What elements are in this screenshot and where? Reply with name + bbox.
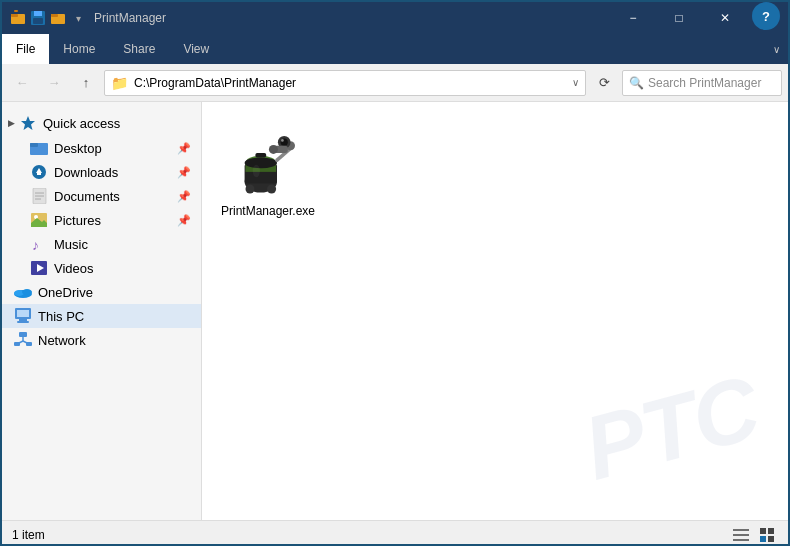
pictures-label: Pictures: [54, 213, 101, 228]
pin-icon-desktop: 📌: [177, 142, 191, 155]
sidebar-item-downloads[interactable]: Downloads 📌: [2, 160, 201, 184]
svg-rect-57: [760, 528, 766, 534]
window-controls: − □ ✕ ?: [610, 2, 780, 34]
svg-rect-59: [760, 536, 766, 542]
svg-point-52: [267, 185, 276, 194]
forward-button[interactable]: →: [40, 69, 68, 97]
downloads-icon: [30, 163, 48, 181]
svg-text:♪: ♪: [32, 237, 39, 252]
downloads-label: Downloads: [54, 165, 118, 180]
folder-icon: [50, 10, 66, 26]
music-icon: ♪: [30, 235, 48, 253]
svg-rect-5: [33, 18, 43, 24]
minimize-button[interactable]: −: [610, 2, 656, 34]
svg-rect-31: [17, 321, 29, 323]
tab-home[interactable]: Home: [49, 34, 109, 64]
desktop-label: Desktop: [54, 141, 102, 156]
file-area: PTC: [202, 102, 788, 520]
svg-rect-7: [51, 14, 58, 17]
tab-file[interactable]: File: [2, 34, 49, 64]
grid-view-button[interactable]: [756, 524, 778, 546]
file-item-printmanager[interactable]: PrintManager.exe: [218, 118, 318, 226]
svg-rect-30: [19, 319, 27, 321]
svg-rect-1: [11, 14, 18, 17]
documents-label: Documents: [54, 189, 120, 204]
onedrive-label: OneDrive: [38, 285, 93, 300]
search-bar[interactable]: 🔍 Search PrintManager: [622, 70, 782, 96]
svg-rect-10: [30, 143, 38, 147]
svg-rect-58: [768, 528, 774, 534]
tab-view[interactable]: View: [169, 34, 223, 64]
network-label: Network: [38, 333, 86, 348]
svg-rect-29: [17, 310, 29, 317]
sidebar-item-music[interactable]: ♪ Music: [2, 232, 201, 256]
title-bar: ▾ PrintManager − □ ✕ ?: [2, 2, 788, 34]
pin-icon-documents: 📌: [177, 190, 191, 203]
quick-access-star-icon: [19, 114, 37, 132]
save-icon: [30, 10, 46, 26]
sidebar-item-desktop[interactable]: Desktop 📌: [2, 136, 201, 160]
svg-rect-60: [768, 536, 774, 542]
address-folder-icon: 📁: [111, 75, 128, 91]
svg-rect-43: [255, 153, 266, 158]
address-bar[interactable]: 📁 C:\ProgramData\PrintManager ∨: [104, 70, 586, 96]
pictures-icon: [30, 211, 48, 229]
view-icons: [730, 524, 778, 546]
onedrive-icon: [14, 283, 32, 301]
ribbon: File Home Share View ∨: [2, 34, 788, 64]
toolbar: ← → ↑ 📁 C:\ProgramData\PrintManager ∨ ⟳ …: [2, 64, 788, 102]
thispc-icon: [14, 307, 32, 325]
close-button[interactable]: ✕: [702, 2, 748, 34]
documents-icon: [30, 187, 48, 205]
dropdown-arrow-icon[interactable]: ▾: [70, 10, 86, 26]
pin-icon-pictures: 📌: [177, 214, 191, 227]
title-bar-icons: ▾: [10, 10, 86, 26]
item-count: 1 item: [12, 528, 45, 542]
sidebar-item-documents[interactable]: Documents 📌: [2, 184, 201, 208]
up-button[interactable]: ↑: [72, 69, 100, 97]
pin-icon-downloads: 📌: [177, 166, 191, 179]
music-label: Music: [54, 237, 88, 252]
list-view-button[interactable]: [730, 524, 752, 546]
file-icon: [232, 126, 304, 198]
network-icon: [14, 331, 32, 349]
help-button[interactable]: ?: [752, 2, 780, 30]
main-area: ▶ Quick access Desktop 📌 Downloads 📌: [2, 102, 788, 520]
file-label: PrintManager.exe: [221, 204, 315, 218]
maximize-button[interactable]: □: [656, 2, 702, 34]
refresh-button[interactable]: ⟳: [590, 69, 618, 97]
tab-share[interactable]: Share: [109, 34, 169, 64]
videos-icon: [30, 259, 48, 277]
search-icon: 🔍: [629, 76, 644, 90]
address-dropdown-icon[interactable]: ∨: [572, 77, 579, 88]
sidebar-item-pictures[interactable]: Pictures 📌: [2, 208, 201, 232]
sidebar-item-videos[interactable]: Videos: [2, 256, 201, 280]
back-button[interactable]: ←: [8, 69, 36, 97]
svg-point-51: [246, 185, 255, 194]
desktop-folder-icon: [30, 139, 48, 157]
svg-point-48: [281, 139, 284, 142]
svg-point-42: [245, 158, 277, 169]
svg-point-27: [22, 289, 32, 295]
watermark: PTC: [574, 356, 769, 501]
sidebar-item-thispc[interactable]: This PC: [2, 304, 201, 328]
folder-pin-icon: [10, 10, 26, 26]
address-text: C:\ProgramData\PrintManager: [134, 76, 568, 90]
sidebar-item-network[interactable]: Network: [2, 328, 201, 352]
sidebar: ▶ Quick access Desktop 📌 Downloads 📌: [2, 102, 202, 520]
quick-access-expand-icon: ▶: [8, 118, 15, 128]
quick-access-header[interactable]: ▶ Quick access: [2, 110, 201, 136]
window-title: PrintManager: [94, 11, 610, 25]
sidebar-item-onedrive[interactable]: OneDrive: [2, 280, 201, 304]
svg-rect-32: [19, 332, 27, 337]
svg-marker-8: [21, 116, 35, 130]
svg-rect-4: [34, 11, 42, 16]
ribbon-collapse-button[interactable]: ∨: [765, 34, 788, 64]
status-bar: 1 item: [2, 520, 788, 546]
svg-rect-2: [14, 10, 18, 12]
quick-access-label: Quick access: [43, 116, 120, 131]
thispc-label: This PC: [38, 309, 84, 324]
svg-point-50: [269, 145, 278, 154]
search-placeholder: Search PrintManager: [648, 76, 761, 90]
videos-label: Videos: [54, 261, 94, 276]
